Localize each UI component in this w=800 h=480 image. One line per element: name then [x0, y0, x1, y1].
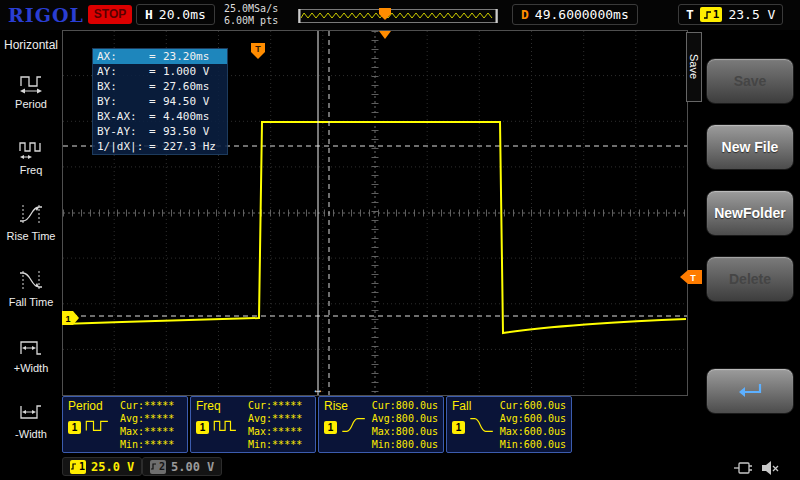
stat-value: 600.0us	[524, 425, 566, 438]
cursor-label: 1/|dX|:	[97, 139, 149, 154]
cursor-value: 27.60ms	[163, 79, 223, 94]
stat-value: 800.0us	[396, 438, 438, 451]
stat-label: Max:	[120, 425, 144, 438]
stat-label: Max:	[372, 425, 396, 438]
cursor-row-bx: BX: = 27.60ms	[93, 79, 227, 94]
stat-label: Min:	[500, 438, 524, 451]
measurement-strip: Period 1 Cur:***** Avg:***** Max:***** M…	[62, 396, 572, 454]
menu-item-label: +Width	[0, 362, 62, 374]
channel1-number: 1	[79, 461, 85, 472]
delay-value: 49.6000000ms	[535, 7, 629, 22]
fall-time-icon	[18, 268, 44, 294]
memory-depth: 6.00M pts	[224, 15, 278, 27]
stat-value: 800.0us	[396, 425, 438, 438]
rigol-logo: RIGOL	[8, 4, 84, 26]
timebase-box[interactable]: H20.0ms	[136, 4, 215, 25]
plus-width-icon	[18, 334, 44, 360]
cursor-value: 93.50 V	[163, 124, 223, 139]
equals-sign: =	[149, 64, 163, 79]
acquisition-info: 25.0MSa/s 6.00M pts	[224, 3, 278, 27]
measurement-freq[interactable]: Freq 1 Cur:***** Avg:***** Max:***** Min…	[190, 396, 316, 453]
menu-item-fall-time[interactable]: Fall Time	[0, 268, 62, 328]
channel-badge: 1	[196, 421, 209, 434]
new-file-button[interactable]: New File	[706, 124, 794, 170]
horizontal-measure-menu: Horizontal Period Freq Rise Time	[0, 30, 62, 455]
save-button[interactable]: Save	[706, 58, 794, 104]
trigger-label: T	[686, 7, 694, 22]
stat-label: Cur:	[500, 399, 524, 412]
channel1-scale: 25.0 V	[91, 460, 134, 474]
cursor-value: 94.50 V	[163, 94, 223, 109]
stat-label: Cur:	[248, 399, 272, 412]
fall-waveform-icon	[468, 416, 496, 434]
svg-text:1: 1	[65, 314, 70, 324]
cursor-value: 23.20ms	[163, 49, 223, 64]
menu-item-nwidth[interactable]: -Width	[0, 400, 62, 460]
cursor-row-by: BY: = 94.50 V	[93, 94, 227, 109]
measurement-name: Freq	[196, 399, 221, 413]
equals-sign: =	[149, 124, 163, 139]
stat-label: Min:	[372, 438, 396, 451]
trigger-source: 1	[713, 8, 720, 21]
back-button[interactable]	[706, 368, 794, 414]
cursor-label: BY:	[97, 94, 149, 109]
channel-badge: 1	[68, 421, 81, 434]
delete-button[interactable]: Delete	[706, 256, 794, 302]
menu-item-label: Period	[0, 98, 62, 110]
channel2-scale: 5.00 V	[171, 460, 214, 474]
softkey-menu: Save Save New File NewFolder Delete	[688, 30, 800, 455]
cursor-row-ax: AX: = 23.20ms	[93, 49, 227, 64]
menu-item-label: -Width	[0, 428, 62, 440]
stat-value: *****	[144, 399, 174, 412]
rise-time-icon	[18, 202, 44, 228]
menu-item-rise-time[interactable]: Rise Time	[0, 202, 62, 262]
cursor-row-ay: AY: = 1.000 V	[93, 64, 227, 79]
measurement-fall[interactable]: Fall 1 Cur:600.0us Avg:600.0us Max:600.0…	[446, 396, 572, 453]
channel2-status[interactable]: 2 5.00 V	[142, 457, 222, 476]
measurement-name: Fall	[452, 399, 471, 413]
button-label: Save	[734, 73, 767, 89]
stat-value: 800.0us	[396, 399, 438, 412]
menu-item-period[interactable]: Period	[0, 70, 62, 130]
new-folder-button[interactable]: NewFolder	[706, 190, 794, 236]
rise-waveform-icon	[340, 416, 368, 434]
delay-position-icon[interactable]	[379, 31, 391, 39]
equals-sign: =	[149, 49, 163, 64]
measurement-rise[interactable]: Rise 1 Cur:800.0us Avg:800.0us Max:800.0…	[318, 396, 444, 453]
timebase-value: 20.0ms	[159, 7, 206, 22]
stat-value: *****	[272, 438, 302, 451]
trigger-position-marker[interactable]: T	[251, 43, 265, 59]
menu-item-pwidth[interactable]: +Width	[0, 334, 62, 394]
stat-label: Avg:	[248, 412, 272, 425]
trigger-level-marker[interactable]: T	[678, 268, 704, 286]
run-stop-status[interactable]: STOP	[88, 5, 132, 24]
menu-item-label: Fall Time	[0, 296, 62, 308]
cursor-label: AY:	[97, 64, 149, 79]
channel-badge: 1	[324, 421, 337, 434]
trigger-box[interactable]: T 1 23.5 V	[678, 4, 783, 25]
button-label: New File	[722, 139, 779, 155]
speaker-mute-icon[interactable]	[760, 460, 780, 476]
stat-value: 600.0us	[524, 438, 566, 451]
delay-box[interactable]: D49.6000000ms	[512, 4, 638, 25]
minus-width-icon	[18, 400, 44, 426]
rising-edge-icon	[703, 10, 712, 20]
stat-label: Max:	[500, 425, 524, 438]
cursor-drag-icon[interactable]: ↔	[313, 383, 324, 395]
stat-label: Cur:	[120, 399, 144, 412]
cursor-label: AX:	[97, 49, 149, 64]
stat-value: *****	[272, 425, 302, 438]
equals-sign: =	[149, 139, 163, 154]
channel1-status[interactable]: 1 25.0 V	[62, 457, 142, 476]
cursor-value: 227.3 Hz	[163, 139, 223, 154]
stat-label: Avg:	[120, 412, 144, 425]
menu-item-label: Rise Time	[0, 230, 62, 242]
measurement-name: Rise	[324, 399, 348, 413]
stat-label: Min:	[248, 438, 272, 451]
svg-text:T: T	[255, 44, 261, 54]
channel-status-bar: 1 25.0 V 2 5.00 V	[0, 455, 800, 480]
menu-item-freq[interactable]: Freq	[0, 136, 62, 196]
channel1-badge: 1	[70, 460, 86, 474]
measurement-period[interactable]: Period 1 Cur:***** Avg:***** Max:***** M…	[62, 396, 188, 453]
return-arrow-icon	[735, 381, 765, 401]
